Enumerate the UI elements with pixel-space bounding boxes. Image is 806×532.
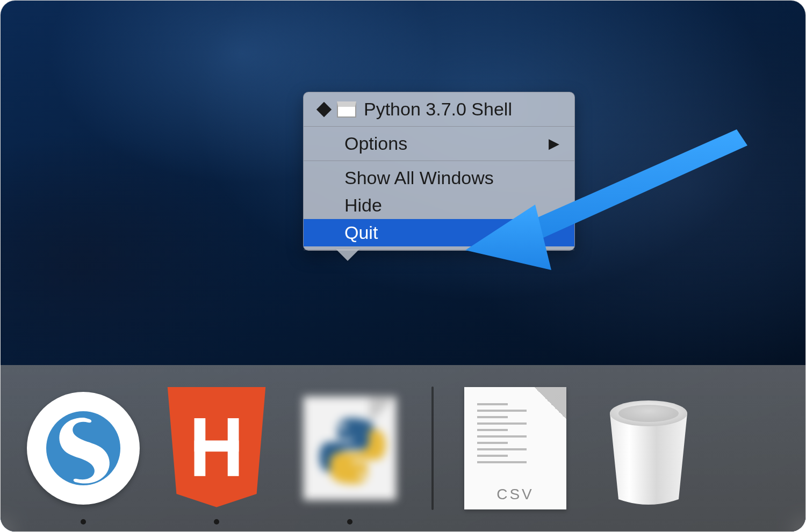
window-title: Python 3.7.0 Shell	[364, 99, 512, 120]
svg-point-5	[358, 472, 364, 478]
menu-window-item[interactable]: Python 3.7.0 Shell	[304, 96, 574, 123]
dock-app-simplenote[interactable]	[22, 387, 145, 509]
menu-quit-label: Quit	[344, 222, 378, 243]
window-thumbnail-icon	[337, 101, 356, 118]
dock-trash[interactable]	[587, 387, 710, 509]
menu-quit[interactable]: Quit	[304, 219, 574, 246]
csv-extension-label: CSV	[464, 486, 566, 509]
menu-options-label: Options	[344, 133, 407, 154]
python-idle-icon	[293, 392, 406, 505]
dock-context-menu: Python 3.7.0 Shell Options ▶ Show All Wi…	[303, 92, 575, 251]
menu-options[interactable]: Options ▶	[304, 130, 574, 157]
menu-show-all-windows[interactable]: Show All Windows	[304, 164, 574, 192]
running-indicator-icon	[214, 519, 219, 524]
submenu-arrow-icon: ▶	[549, 135, 559, 152]
menu-hide[interactable]: Hide	[304, 192, 574, 219]
dock-document-csv[interactable]: CSV	[454, 387, 577, 509]
dock: CSV	[1, 365, 805, 531]
diamond-icon	[316, 101, 332, 116]
dock-app-html5[interactable]	[155, 387, 278, 509]
trash-icon	[595, 392, 702, 505]
svg-point-7	[618, 405, 679, 422]
menu-show-all-label: Show All Windows	[344, 167, 494, 188]
csv-file-icon: CSV	[464, 387, 566, 509]
html5-shield-icon	[160, 387, 273, 509]
svg-point-4	[341, 424, 347, 430]
menu-caret-icon	[336, 249, 359, 261]
svg-rect-3	[195, 440, 239, 451]
dock-separator	[431, 387, 434, 510]
menu-hide-label: Hide	[344, 195, 382, 216]
simplenote-icon	[27, 392, 140, 505]
running-indicator-icon	[81, 519, 86, 524]
running-indicator-icon	[347, 519, 352, 524]
dock-app-python-idle[interactable]	[289, 387, 411, 509]
